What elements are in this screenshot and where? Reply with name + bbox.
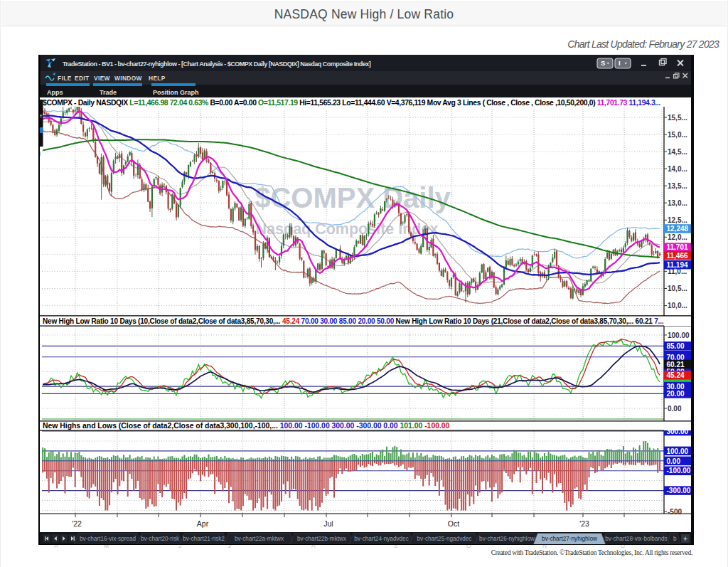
svg-text:60.21: 60.21 — [667, 361, 685, 369]
svg-text:100.00: 100.00 — [668, 332, 690, 339]
svg-text:TradeStation - BV1 - bv-chart: TradeStation - BV1 - bv-chart27-nyhighlo… — [63, 60, 371, 68]
svg-text:45.24: 45.24 — [667, 371, 685, 379]
svg-text:20.00: 20.00 — [667, 390, 685, 398]
svg-text:FILE: FILE — [58, 75, 72, 82]
svg-text:15,5...: 15,5... — [668, 114, 687, 122]
svg-text:bv-chart16-vix-spread: bv-chart16-vix-spread — [80, 536, 136, 542]
svg-text:-300.00: -300.00 — [667, 487, 691, 494]
svg-text:VIEW: VIEW — [94, 75, 110, 82]
svg-text:'22: '22 — [72, 519, 82, 528]
svg-text:bv-chart22a-mktwx: bv-chart22a-mktwx — [235, 536, 284, 542]
svg-text:10,0...: 10,0... — [668, 302, 687, 309]
svg-text:Trade: Trade — [100, 89, 117, 96]
svg-text:New Highs and Lows (Close of d: New Highs and Lows (Close of data2,Close… — [43, 422, 450, 430]
svg-text:13,0...: 13,0... — [668, 199, 687, 207]
svg-text:85.00: 85.00 — [667, 342, 685, 350]
svg-text:): ) — [38, 149, 41, 157]
svg-text:bv-chart21-risk2: bv-chart21-risk2 — [183, 536, 225, 542]
svg-text:I: I — [619, 59, 621, 67]
svg-text:15,0...: 15,0... — [668, 131, 687, 139]
svg-text:WINDOW: WINDOW — [114, 75, 142, 82]
svg-text:e: e — [39, 112, 43, 119]
svg-text:Jul: Jul — [323, 519, 333, 528]
svg-text:New High Low Ratio 10 Days (10: New High Low Ratio 10 Days (10,Close of … — [43, 317, 664, 325]
svg-text:10,5...: 10,5... — [668, 285, 687, 292]
svg-text:-500: -500 — [668, 508, 682, 516]
svg-text:Apps: Apps — [47, 89, 63, 96]
svg-text:Oct: Oct — [448, 519, 459, 528]
svg-text:11,194: 11,194 — [667, 261, 688, 269]
svg-text:13,5...: 13,5... — [668, 182, 687, 190]
svg-text:b: b — [673, 536, 677, 542]
svg-text:Position Graph: Position Graph — [153, 89, 199, 96]
svg-text:S: S — [601, 59, 605, 67]
svg-text:14,5...: 14,5... — [668, 148, 687, 156]
svg-text:14,0...: 14,0... — [668, 165, 687, 173]
svg-text:-100.00: -100.00 — [667, 467, 691, 475]
svg-text:EDIT: EDIT — [75, 75, 90, 82]
svg-text:$COMPX - Daily NASDQIX L=11,46: $COMPX - Daily NASDQIX L=11,466.98 72.04… — [43, 99, 660, 107]
svg-text:'23: '23 — [579, 519, 589, 528]
svg-text:Apr: Apr — [197, 519, 209, 528]
svg-text:12,5...: 12,5... — [668, 216, 687, 224]
svg-text:bv-chart27-nyhighlow: bv-chart27-nyhighlow — [542, 536, 597, 542]
svg-text:0.00: 0.00 — [667, 457, 681, 465]
svg-text:11,701: 11,701 — [667, 243, 688, 251]
svg-text:bv-chart22b-mktwx: bv-chart22b-mktwx — [297, 536, 346, 542]
svg-text:+: + — [683, 535, 687, 543]
svg-text:bv-chart24-nyadvdec: bv-chart24-nyadvdec — [354, 536, 408, 542]
svg-text:12,0...: 12,0... — [668, 233, 687, 241]
svg-text:bv-chart28-vix-bolbands: bv-chart28-vix-bolbands — [605, 536, 667, 542]
svg-text:bv-chart20-risk: bv-chart20-risk — [141, 536, 180, 542]
svg-text:12,248: 12,248 — [667, 225, 689, 233]
svg-text:0.00: 0.00 — [668, 405, 682, 413]
svg-text:bv-chart25-ngadvdec: bv-chart25-ngadvdec — [417, 536, 472, 542]
svg-text:11,466: 11,466 — [667, 252, 688, 260]
svg-text:HELP: HELP — [149, 75, 166, 82]
svg-text:100.00: 100.00 — [667, 447, 689, 455]
svg-text:bv-chart26-nyhighlow: bv-chart26-nyhighlow — [479, 536, 535, 542]
